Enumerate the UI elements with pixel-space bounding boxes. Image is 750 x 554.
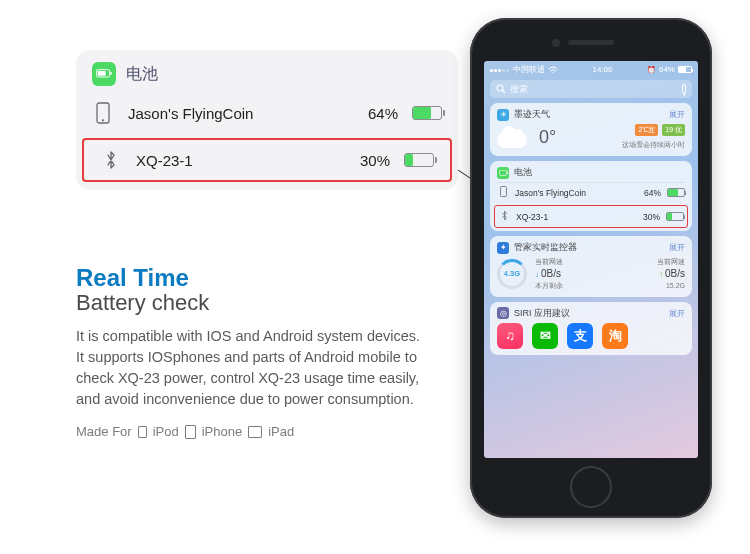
- phone-battery-row-highlighted: XQ-23-1 30%: [494, 205, 688, 228]
- made-for-ipod: iPod: [153, 424, 179, 439]
- front-camera: [552, 39, 560, 47]
- made-for-line: Made For iPod iPhone iPad: [76, 424, 421, 439]
- headline-2: Battery check: [76, 290, 421, 316]
- device-pct: 30%: [344, 152, 390, 169]
- made-for-ipad: iPad: [268, 424, 294, 439]
- monitor-expand[interactable]: 展开: [669, 242, 685, 253]
- device-name: XQ-23-1: [136, 152, 330, 169]
- weather-card[interactable]: ☀ 墨迹天气 展开 0° 2℃宜 19 优 这场雪会持续两小时: [490, 103, 692, 156]
- net-up: 当前网速 ↑ 0B/s 15.2G: [657, 257, 685, 291]
- svg-point-6: [497, 85, 503, 91]
- ipod-icon: [138, 426, 147, 438]
- microphone-icon[interactable]: [682, 84, 686, 94]
- svg-point-4: [102, 119, 104, 121]
- battery-row-phone: Jason's FlyingCoin 64%: [76, 92, 458, 134]
- phone-icon: [92, 102, 114, 124]
- svg-rect-1: [98, 71, 106, 76]
- bluetooth-icon: [100, 150, 122, 170]
- battery-icon: [412, 106, 442, 120]
- device-name: XQ-23-1: [516, 212, 637, 222]
- weather-app-icon: ☀: [497, 109, 509, 121]
- phone-battery-row: Jason's FlyingCoin 64%: [497, 182, 685, 202]
- app-taobao[interactable]: 淘: [602, 323, 628, 349]
- siri-icon: ◎: [497, 307, 509, 319]
- search-input[interactable]: [510, 84, 678, 94]
- phone-screen: 中国联通 14:06 ⏰ 64% ☀ 墨迹天气: [484, 61, 698, 458]
- body-copy: It is compatible with IOS and Android sy…: [76, 326, 421, 410]
- weather-badge-hi: 2℃宜: [635, 124, 658, 136]
- battery-widget-header: 电池: [76, 50, 458, 92]
- battery-app-icon: [92, 62, 116, 86]
- speaker-grille: [568, 40, 614, 45]
- monitor-app-icon: ✦: [497, 242, 509, 254]
- phone-battery-card[interactable]: 电池 Jason's FlyingCoin 64% XQ-23-1 30%: [490, 161, 692, 231]
- siri-title: SIRI 应用建议: [514, 307, 664, 320]
- svg-rect-2: [110, 72, 111, 75]
- bluetooth-icon: [498, 210, 510, 223]
- device-pct: 64%: [352, 105, 398, 122]
- app-alipay[interactable]: 支: [567, 323, 593, 349]
- device-pct: 64%: [644, 188, 661, 198]
- iphone-icon: [185, 425, 196, 439]
- battery-app-name: 电池: [514, 166, 685, 179]
- cloud-icon: [497, 126, 531, 148]
- svg-rect-10: [500, 187, 506, 197]
- made-for-iphone: iPhone: [202, 424, 242, 439]
- status-batt-pct: 64%: [659, 65, 675, 74]
- battery-icon: [666, 212, 684, 221]
- siri-card[interactable]: ◎ SIRI 应用建议 展开 ♫ ✉ 支 淘: [490, 302, 692, 355]
- battery-icon: [404, 153, 434, 167]
- monitor-app-name: 管家实时监控器: [514, 241, 664, 254]
- status-battery-icon: [678, 66, 692, 73]
- weather-badge-lo: 19 优: [662, 124, 685, 136]
- weather-expand[interactable]: 展开: [669, 109, 685, 120]
- wifi-icon: [548, 66, 558, 74]
- iphone-mockup: 中国联通 14:06 ⏰ 64% ☀ 墨迹天气: [470, 18, 712, 518]
- carrier: 中国联通: [513, 64, 545, 75]
- weather-app-name: 墨迹天气: [514, 108, 664, 121]
- ipad-icon: [248, 426, 262, 438]
- phone-icon: [497, 186, 509, 199]
- battery-app-icon: [497, 167, 509, 179]
- monitor-card[interactable]: ✦ 管家实时监控器 展开 4.3G 当前网速 ↓ 0B/s 本月剩余 当前网速: [490, 236, 692, 297]
- svg-rect-9: [507, 171, 508, 174]
- status-bar: 中国联通 14:06 ⏰ 64%: [484, 61, 698, 78]
- svg-rect-8: [499, 170, 507, 175]
- siri-expand[interactable]: 展开: [669, 308, 685, 319]
- clock: 14:06: [592, 65, 612, 74]
- home-button[interactable]: [570, 466, 612, 508]
- battery-widget-title: 电池: [126, 64, 158, 85]
- device-name: Jason's FlyingCoin: [128, 105, 338, 122]
- battery-widget-large: 电池 Jason's FlyingCoin 64% XQ-23-1 30%: [76, 50, 458, 190]
- svg-line-7: [503, 91, 506, 94]
- net-down: 当前网速 ↓ 0B/s 本月剩余: [535, 257, 563, 291]
- search-icon: [496, 84, 506, 94]
- made-for-label: Made For: [76, 424, 132, 439]
- weather-sub: 这场雪会持续两小时: [622, 140, 685, 150]
- device-pct: 30%: [643, 212, 660, 222]
- app-wechat[interactable]: ✉: [532, 323, 558, 349]
- data-gauge: 4.3G: [497, 259, 527, 289]
- marketing-text: Real Time Battery check It is compatible…: [76, 264, 421, 439]
- battery-row-bluetooth: XQ-23-1 30%: [82, 138, 452, 182]
- alarm-icon: ⏰: [647, 66, 656, 74]
- app-apple-music[interactable]: ♫: [497, 323, 523, 349]
- spotlight-search[interactable]: [490, 80, 692, 98]
- headline-1: Real Time: [76, 264, 421, 292]
- signal-icon: [490, 65, 510, 74]
- battery-icon: [667, 188, 685, 197]
- temperature: 0°: [539, 127, 556, 148]
- device-name: Jason's FlyingCoin: [515, 188, 638, 198]
